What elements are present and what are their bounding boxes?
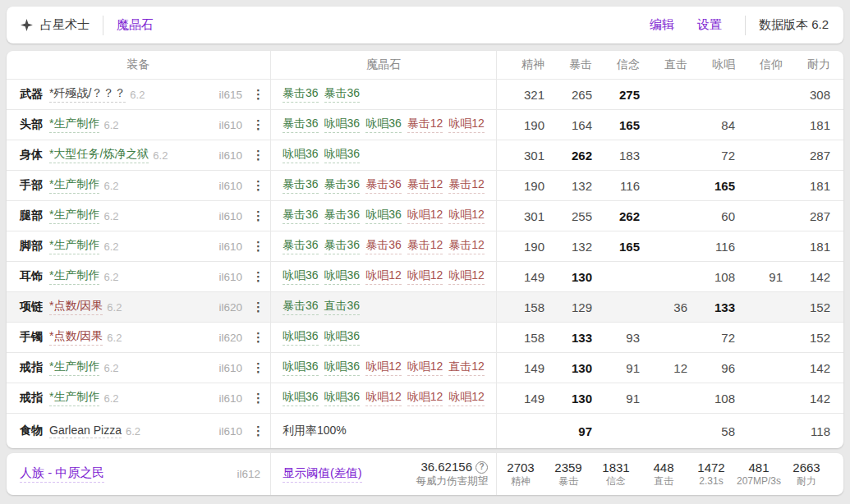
materia-link[interactable]: 暴击12 bbox=[448, 177, 485, 194]
help-icon[interactable]: ? bbox=[476, 461, 488, 474]
item-patch-version: 6.2 bbox=[103, 180, 118, 192]
item-name-link[interactable]: *生产制作 bbox=[49, 390, 99, 406]
materia-link[interactable]: 暴击36 bbox=[283, 86, 319, 103]
materia-link[interactable]: 咏唱36 bbox=[283, 268, 319, 285]
materia-link[interactable]: 咏唱36 bbox=[324, 147, 361, 163]
item-menu-button[interactable]: ⋮ bbox=[252, 178, 262, 193]
edit-link[interactable]: 编辑 bbox=[650, 17, 674, 33]
materia-link[interactable]: 咏唱36 bbox=[324, 390, 361, 406]
materia-link[interactable]: 咏唱12 bbox=[448, 208, 485, 224]
item-menu-button[interactable]: ⋮ bbox=[252, 300, 262, 314]
materia-link[interactable]: 暴击36 bbox=[324, 86, 361, 103]
materia-link[interactable]: 咏唱12 bbox=[448, 117, 485, 133]
materia-link[interactable]: 咏唱12 bbox=[365, 390, 402, 406]
stat-total: 2703精神 bbox=[497, 460, 544, 488]
item-patch-version: 6.2 bbox=[103, 119, 118, 131]
materia-link[interactable]: 咏唱36 bbox=[283, 329, 319, 346]
stat-totals: 2703精神2359暴击1831信念448直击14722.31s481207MP… bbox=[497, 453, 843, 495]
gear-row: 腿部 *生产制作 6.2 il610 ⋮ 暴击36暴击36咏唱36咏唱12咏唱1… bbox=[7, 201, 843, 231]
average-item-level: il612 bbox=[237, 468, 260, 480]
stat-value: 12 bbox=[640, 361, 687, 375]
materia-link[interactable]: 咏唱12 bbox=[365, 360, 402, 376]
stat-value: 72 bbox=[687, 331, 735, 345]
materia-link[interactable]: 咏唱12 bbox=[448, 268, 485, 285]
materia-link[interactable]: 暴击12 bbox=[448, 238, 485, 254]
stat-total-value: 481 bbox=[735, 460, 783, 476]
materia-link[interactable]: 暴击12 bbox=[407, 117, 443, 133]
materia-link[interactable]: 暴击36 bbox=[324, 238, 361, 254]
stat-cells: 15812936133152 bbox=[497, 292, 843, 322]
materia-link[interactable]: 咏唱36 bbox=[324, 117, 361, 133]
materia-link[interactable]: 暴击36 bbox=[365, 238, 402, 254]
item-level: il620 bbox=[218, 332, 242, 344]
stat-value: 108 bbox=[687, 392, 735, 405]
race-link[interactable]: 人族 - 中原之民 bbox=[20, 465, 104, 483]
item-name-link[interactable]: *点数/因果 bbox=[49, 299, 103, 315]
materia-link[interactable]: 直击12 bbox=[448, 360, 485, 376]
materia-link[interactable]: 咏唱36 bbox=[365, 117, 402, 133]
stat-value: 152 bbox=[783, 300, 830, 314]
item-menu-button[interactable]: ⋮ bbox=[252, 391, 262, 405]
materia-link[interactable]: 暴击36 bbox=[283, 177, 319, 194]
materia-link[interactable]: 咏唱36 bbox=[283, 390, 319, 406]
item-name-link[interactable]: *生产制作 bbox=[49, 208, 99, 224]
stat-total: 481207MP/3s bbox=[735, 460, 783, 488]
slot-label: 戒指 bbox=[20, 360, 43, 375]
materia-link[interactable]: 暴击12 bbox=[407, 238, 443, 254]
item-name-link[interactable]: *生产制作 bbox=[49, 268, 99, 285]
equipment-cell: 耳饰 *生产制作 6.2 il610 ⋮ bbox=[7, 262, 271, 291]
materia-link[interactable]: 咏唱12 bbox=[407, 390, 443, 406]
materia-link[interactable]: 咏唱36 bbox=[324, 329, 361, 346]
materia-link[interactable]: 咏唱36 bbox=[324, 268, 361, 285]
stat-header-mind: 精神 bbox=[497, 57, 544, 72]
item-menu-button[interactable]: ⋮ bbox=[252, 87, 262, 102]
materia-link[interactable]: 咏唱12 bbox=[407, 208, 443, 224]
item-menu-button[interactable]: ⋮ bbox=[252, 208, 262, 223]
stat-value: 142 bbox=[783, 361, 830, 375]
materia-link[interactable]: 咏唱12 bbox=[407, 360, 443, 376]
item-menu-button[interactable]: ⋮ bbox=[252, 330, 262, 345]
materia-link[interactable]: 暴击36 bbox=[283, 238, 319, 254]
stat-value: 287 bbox=[783, 149, 830, 163]
item-menu-button[interactable]: ⋮ bbox=[252, 117, 262, 132]
item-patch-version: 6.2 bbox=[107, 301, 122, 314]
tab-materia[interactable]: 魔晶石 bbox=[117, 17, 154, 33]
materia-link[interactable]: 咏唱36 bbox=[283, 360, 319, 376]
materia-link[interactable]: 咏唱12 bbox=[407, 268, 443, 285]
stat-cells: 321265275308 bbox=[497, 80, 843, 109]
item-patch-version: 6.2 bbox=[130, 89, 145, 101]
item-name-link[interactable]: *歼殛战/？？？ bbox=[49, 86, 126, 103]
item-menu-button[interactable]: ⋮ bbox=[252, 148, 262, 163]
materia-link[interactable]: 暴击36 bbox=[283, 299, 319, 315]
stat-value: 130 bbox=[544, 361, 592, 375]
materia-link[interactable]: 暴击36 bbox=[283, 117, 319, 133]
materia-link[interactable]: 暴击36 bbox=[324, 208, 361, 224]
item-menu-button[interactable]: ⋮ bbox=[252, 239, 262, 254]
materia-link[interactable]: 咏唱12 bbox=[448, 390, 485, 406]
item-menu-button[interactable]: ⋮ bbox=[252, 269, 262, 284]
item-patch-version: 6.2 bbox=[103, 392, 118, 405]
materia-link[interactable]: 直击36 bbox=[324, 299, 361, 315]
item-name-link[interactable]: *点数/因果 bbox=[49, 329, 103, 346]
item-menu-button[interactable]: ⋮ bbox=[252, 424, 262, 438]
stat-value: 130 bbox=[544, 392, 592, 405]
settings-link[interactable]: 设置 bbox=[697, 17, 722, 33]
item-name-link[interactable]: *生产制作 bbox=[49, 238, 99, 254]
materia-link[interactable]: 咏唱36 bbox=[283, 147, 319, 163]
threshold-toggle-link[interactable]: 显示阈值(差值) bbox=[283, 465, 362, 483]
materia-link[interactable]: 暴击36 bbox=[365, 177, 402, 194]
item-name-link[interactable]: *生产制作 bbox=[49, 360, 99, 376]
item-menu-button[interactable]: ⋮ bbox=[252, 360, 262, 375]
item-name-link[interactable]: *生产制作 bbox=[49, 177, 99, 194]
materia-link[interactable]: 咏唱12 bbox=[365, 268, 402, 285]
item-name-link[interactable]: Garlean Pizza bbox=[49, 424, 122, 438]
stat-value: 152 bbox=[783, 331, 830, 345]
materia-link[interactable]: 暴击36 bbox=[283, 208, 319, 224]
materia-link[interactable]: 咏唱36 bbox=[365, 208, 402, 224]
materia-link[interactable]: 咏唱36 bbox=[324, 360, 361, 376]
materia-link[interactable]: 暴击12 bbox=[407, 177, 443, 194]
item-name-link[interactable]: *大型任务/炼净之狱 bbox=[49, 147, 149, 163]
materia-link[interactable]: 暴击36 bbox=[324, 177, 361, 194]
gear-row: 脚部 *生产制作 6.2 il610 ⋮ 暴击36暴击36暴击36暴击12暴击1… bbox=[7, 231, 843, 262]
item-name-link[interactable]: *生产制作 bbox=[49, 117, 99, 133]
